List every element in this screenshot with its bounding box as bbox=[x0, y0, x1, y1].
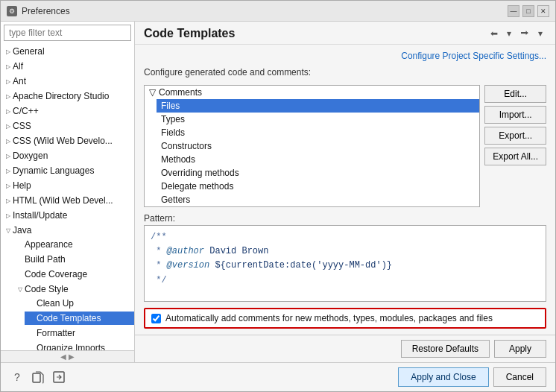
panel-toolbar: ⬅ ▾ ⮕ ▾ bbox=[487, 26, 546, 41]
svg-rect-0 bbox=[33, 373, 40, 382]
apply-button[interactable]: Apply bbox=[494, 340, 546, 358]
main-content: ▷ General ▷ Alf ▷ Ant bbox=[1, 22, 555, 362]
filter-input[interactable] bbox=[4, 25, 131, 41]
expand-arrow-java: ▽ bbox=[4, 226, 13, 235]
code-style-children: Clean Up Code Templates bbox=[13, 296, 134, 350]
tmpl-item-files[interactable]: Files bbox=[157, 99, 479, 113]
help-icon[interactable]: ? bbox=[10, 370, 25, 385]
config-label: Configure generated code and comments: bbox=[144, 67, 546, 78]
back-button[interactable]: ⬅ bbox=[487, 26, 502, 41]
pattern-code: /** * @author David Brown * @version ${c… bbox=[144, 225, 546, 302]
configure-link-container: Configure Project Specific Settings... bbox=[144, 51, 546, 61]
sidebar-item-general[interactable]: ▷ General bbox=[1, 44, 134, 59]
tmpl-item-methods[interactable]: Methods bbox=[157, 153, 479, 166]
sidebar: ▷ General ▷ Alf ▷ Ant bbox=[1, 22, 135, 362]
sidebar-item-java-appearance[interactable]: Appearance bbox=[13, 237, 134, 252]
pattern-label: Pattern: bbox=[144, 213, 546, 224]
panel-header: Code Templates ⬅ ▾ ⮕ ▾ bbox=[135, 22, 555, 45]
sidebar-item-java-build-path[interactable]: Build Path bbox=[13, 252, 134, 267]
expand-arrow-css: ▷ bbox=[4, 121, 13, 130]
panel-body: Configure Project Specific Settings... C… bbox=[135, 45, 555, 335]
sidebar-item-java[interactable]: ▽ Java Appearance bbox=[1, 223, 134, 350]
edit-button[interactable]: Edit... bbox=[484, 85, 546, 103]
expand-arrow-help: ▷ bbox=[4, 181, 13, 190]
import-prefs-icon[interactable] bbox=[51, 370, 66, 385]
export-all-button[interactable]: Export All... bbox=[484, 148, 546, 165]
sidebar-item-code-templates[interactable]: Code Templates bbox=[25, 311, 134, 326]
sidebar-item-organize-imports[interactable]: Organize Imports bbox=[25, 341, 134, 350]
sidebar-item-apache-directory-studio[interactable]: ▷ Apache Directory Studio bbox=[1, 89, 134, 104]
tmpl-item-types[interactable]: Types bbox=[157, 113, 479, 126]
panel-title: Code Templates bbox=[144, 27, 235, 40]
expand-arrow-dynamic: ▷ bbox=[4, 166, 13, 175]
templates-buttons: Edit... Import... Export... Export All..… bbox=[484, 85, 546, 207]
close-button[interactable]: ✕ bbox=[537, 5, 549, 17]
expand-arrow-css-wild: ▷ bbox=[4, 136, 13, 145]
sidebar-item-cleanup[interactable]: Clean Up bbox=[25, 296, 134, 311]
expand-arrow-comments: ▽ bbox=[149, 87, 156, 98]
expand-arrow-ant: ▷ bbox=[4, 77, 13, 86]
pattern-area: Pattern: /** * @author David Brown * @ve… bbox=[144, 213, 546, 302]
tmpl-item-delegate-methods[interactable]: Delegate methods bbox=[157, 180, 479, 193]
title-bar: ⚙ Preferences — □ ✕ bbox=[1, 1, 555, 22]
sidebar-item-install-update[interactable]: ▷ Install/Update bbox=[1, 208, 134, 223]
auto-comments-row: Automatically add comments for new metho… bbox=[144, 308, 546, 329]
templates-tree: ▽ Comments Files Types Fields Constructo… bbox=[144, 85, 480, 207]
restore-defaults-button[interactable]: Restore Defaults bbox=[401, 340, 490, 358]
tree-area: ▷ General ▷ Alf ▷ Ant bbox=[1, 44, 134, 350]
tmpl-item-getters[interactable]: Getters bbox=[157, 193, 479, 206]
dropdown-back-button[interactable]: ▾ bbox=[503, 26, 515, 41]
expand-arrow-doxygen: ▷ bbox=[4, 151, 13, 160]
preferences-window: ⚙ Preferences — □ ✕ ▷ General bbox=[0, 0, 556, 392]
expand-arrow-install: ▷ bbox=[4, 211, 13, 220]
title-controls: — □ ✕ bbox=[508, 5, 549, 17]
apply-and-close-button[interactable]: Apply and Close bbox=[398, 367, 488, 387]
sidebar-item-html-wild[interactable]: ▷ HTML (Wild Web Devel... bbox=[1, 193, 134, 208]
sidebar-item-alf[interactable]: ▷ Alf bbox=[1, 59, 134, 74]
title-bar-left: ⚙ Preferences bbox=[7, 6, 70, 16]
sidebar-item-doxygen[interactable]: ▷ Doxygen bbox=[1, 148, 134, 163]
forward-button[interactable]: ⮕ bbox=[516, 26, 533, 41]
configure-project-link[interactable]: Configure Project Specific Settings... bbox=[401, 51, 546, 61]
auto-comments-checkbox[interactable] bbox=[151, 314, 161, 323]
sidebar-item-formatter[interactable]: Formatter bbox=[25, 326, 134, 341]
sidebar-item-help[interactable]: ▷ Help bbox=[1, 178, 134, 193]
tmpl-item-overriding-methods[interactable]: Overriding methods bbox=[157, 166, 479, 180]
tmpl-item-fields[interactable]: Fields bbox=[157, 126, 479, 139]
sidebar-item-ant[interactable]: ▷ Ant bbox=[1, 74, 134, 89]
expand-arrow-alf: ▷ bbox=[4, 62, 13, 71]
footer-icons: ? bbox=[10, 370, 66, 385]
java-children: Appearance Build Path bbox=[1, 237, 134, 350]
bottom-bar: Restore Defaults Apply bbox=[135, 335, 555, 362]
templates-area: ▽ Comments Files Types Fields Constructo… bbox=[144, 85, 546, 207]
expand-arrow-cpp: ▷ bbox=[4, 107, 13, 116]
import-button[interactable]: Import... bbox=[484, 106, 546, 124]
export-button[interactable]: Export... bbox=[484, 127, 546, 145]
sidebar-item-dynamic-languages[interactable]: ▷ Dynamic Languages bbox=[1, 163, 134, 178]
sidebar-item-css-wild[interactable]: ▷ CSS (Wild Web Develo... bbox=[1, 133, 134, 148]
expand-arrow-html: ▷ bbox=[4, 196, 13, 205]
expand-arrow-general: ▷ bbox=[4, 47, 13, 56]
expand-arrow-apache: ▷ bbox=[4, 92, 13, 101]
dropdown-forward-button[interactable]: ▾ bbox=[534, 26, 546, 41]
minimize-button[interactable]: — bbox=[508, 5, 519, 17]
sidebar-item-java-code-style[interactable]: ▽ Code Style Clean Up bbox=[13, 282, 134, 350]
sidebar-item-java-code-coverage[interactable]: Code Coverage bbox=[13, 267, 134, 282]
tmpl-item-constructors[interactable]: Constructors bbox=[157, 139, 479, 153]
right-panel: Code Templates ⬅ ▾ ⮕ ▾ Configure Project… bbox=[135, 22, 555, 362]
footer: ? Apply and Close Cancel bbox=[1, 362, 555, 391]
tmpl-comments-children: Files Types Fields Constructors Methods … bbox=[145, 99, 479, 206]
cancel-button[interactable]: Cancel bbox=[493, 367, 546, 387]
sidebar-item-cpp[interactable]: ▷ C/C++ bbox=[1, 104, 134, 118]
export-prefs-icon[interactable] bbox=[31, 370, 45, 385]
window-icon: ⚙ bbox=[7, 6, 17, 16]
footer-buttons: Apply and Close Cancel bbox=[398, 367, 546, 387]
maximize-button[interactable]: □ bbox=[522, 5, 534, 17]
window-title: Preferences bbox=[22, 6, 70, 16]
auto-comments-label: Automatically add comments for new metho… bbox=[165, 313, 493, 323]
sidebar-item-css[interactable]: ▷ CSS bbox=[1, 118, 134, 133]
tmpl-item-comments[interactable]: ▽ Comments bbox=[145, 86, 479, 99]
